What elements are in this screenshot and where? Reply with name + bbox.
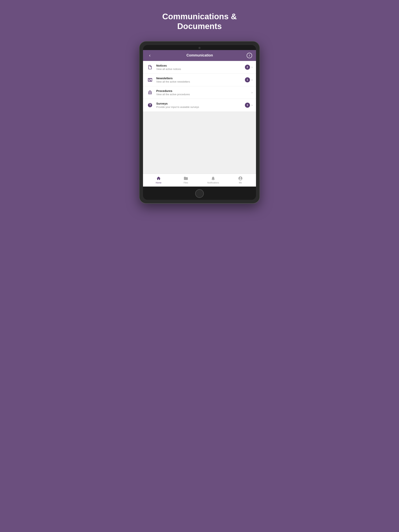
tablet-home-area (143, 187, 256, 200)
procedures-icon (147, 89, 154, 96)
newsletters-subtitle: View all the active newsletters (156, 80, 245, 83)
info-button[interactable]: i (247, 53, 252, 58)
tab-me[interactable]: Me (234, 176, 247, 184)
notices-icon (147, 64, 154, 71)
tab-home[interactable]: Home (152, 176, 165, 184)
surveys-chevron: › (251, 103, 252, 107)
newsletters-item[interactable]: Newsletters View all the active newslett… (143, 74, 256, 86)
home-tab-label: Home (156, 182, 161, 184)
menu-list: Notices View all active notices 2 › (143, 61, 256, 111)
header-title: Communication (187, 53, 213, 57)
notices-text: Notices View all active notices (156, 64, 245, 70)
notices-item[interactable]: Notices View all active notices 2 › (143, 61, 256, 74)
notices-chevron: › (251, 65, 252, 69)
newsletters-badge: 1 (245, 77, 250, 82)
back-button[interactable]: ‹ (147, 53, 153, 58)
empty-content-area (143, 111, 256, 174)
procedures-text: Procedures View all the active procedure… (156, 89, 251, 96)
camera-dot (199, 47, 200, 49)
screen: ‹ Communication i Notices View all activ… (143, 50, 256, 187)
newsletters-text: Newsletters View all the active newslett… (156, 76, 245, 83)
procedures-right: › (251, 91, 252, 94)
procedures-subtitle: View all the active procedures (156, 93, 251, 96)
procedures-item[interactable]: Procedures View all the active procedure… (143, 86, 256, 99)
procedures-title: Procedures (156, 89, 251, 93)
tab-files[interactable]: Files (179, 176, 193, 184)
notifications-icon (211, 176, 216, 181)
surveys-badge: 3 (245, 103, 250, 108)
notices-right: 2 › (245, 65, 252, 70)
home-icon (156, 176, 161, 181)
surveys-right: 3 › (245, 103, 252, 108)
newsletters-title: Newsletters (156, 76, 245, 80)
app-header: ‹ Communication i (143, 50, 256, 61)
surveys-text: Surveys Provide your input to avaiable s… (156, 102, 245, 108)
notices-subtitle: View all active notices (156, 68, 245, 70)
tablet-device: ‹ Communication i Notices View all activ… (139, 41, 260, 204)
notices-title: Notices (156, 64, 245, 67)
surveys-item[interactable]: Surveys Provide your input to avaiable s… (143, 99, 256, 111)
notices-badge: 2 (245, 65, 250, 70)
surveys-icon (147, 102, 154, 109)
me-icon (238, 176, 243, 181)
files-icon (183, 176, 188, 181)
tab-bar: Home Files (143, 174, 256, 187)
tablet-camera (143, 45, 256, 50)
me-tab-label: Me (239, 182, 242, 184)
surveys-subtitle: Provide your input to avaiable surveys (156, 106, 245, 108)
tab-notifications[interactable]: Notifications (206, 176, 220, 184)
home-button[interactable] (195, 189, 204, 198)
newsletters-icon (147, 76, 154, 83)
notifications-tab-label: Notifications (207, 182, 219, 184)
newsletters-chevron: › (251, 78, 252, 82)
files-tab-label: Files (184, 182, 188, 184)
surveys-title: Surveys (156, 102, 245, 105)
procedures-chevron: › (251, 91, 252, 94)
page-title: Communications & Documents (162, 12, 237, 31)
newsletters-right: 1 › (245, 77, 252, 82)
